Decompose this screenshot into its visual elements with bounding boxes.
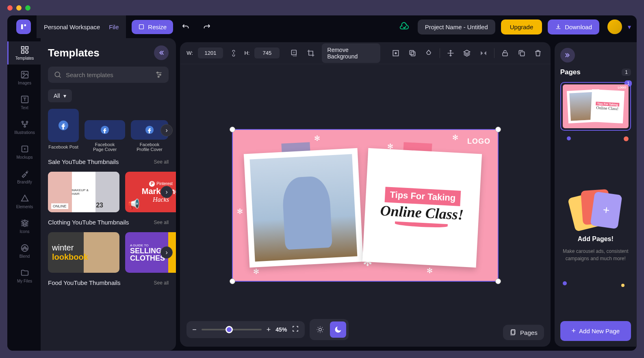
- height-label: H:: [244, 50, 249, 56]
- svg-point-20: [55, 72, 60, 77]
- svg-rect-33: [520, 52, 525, 56]
- flip-icon[interactable]: [478, 47, 490, 60]
- see-all-link[interactable]: See all: [154, 159, 169, 165]
- empty-state-title: Add Pages!: [578, 235, 614, 243]
- section-title: Clothing YouTube Thumbnails: [48, 219, 129, 226]
- light-mode-button[interactable]: [312, 321, 328, 338]
- see-all-link[interactable]: See all: [154, 220, 169, 225]
- cloud-sync-icon[interactable]: [397, 19, 412, 34]
- nav-images[interactable]: Images: [7, 66, 41, 89]
- text-frame[interactable]: Tips For Taking Online Class!: [362, 148, 482, 267]
- template-thumb[interactable]: winter lookbook: [48, 232, 119, 273]
- workspace-name[interactable]: Personal Workspace: [44, 24, 100, 30]
- expand-panel-button[interactable]: [560, 48, 575, 63]
- nav-templates[interactable]: Templates: [7, 41, 41, 65]
- avatar[interactable]: [607, 19, 622, 34]
- crop-icon[interactable]: [305, 47, 317, 60]
- add-new-page-button[interactable]: + Add New Page: [560, 321, 631, 341]
- thumb-scroll-right[interactable]: ›: [160, 186, 173, 198]
- undo-button[interactable]: [179, 19, 193, 34]
- svg-rect-32: [503, 53, 508, 56]
- lock-icon[interactable]: [499, 47, 511, 60]
- svg-rect-3: [21, 47, 24, 49]
- width-label: W:: [186, 50, 193, 56]
- svg-point-8: [23, 73, 24, 74]
- pages-toggle-button[interactable]: Pages: [503, 325, 544, 340]
- svg-rect-4: [25, 47, 28, 49]
- fit-screen-icon[interactable]: [292, 325, 299, 334]
- position-icon[interactable]: [445, 47, 457, 60]
- canvas-stage[interactable]: ✻ ✻ ✻ ✻ ✻ ✻ ✻ LOGO Tips For Taking Onl: [180, 64, 550, 347]
- nav-illustrations[interactable]: Illustrations: [7, 116, 41, 139]
- selection-handle[interactable]: [230, 278, 235, 284]
- filter-icon[interactable]: [155, 71, 163, 79]
- filter-chip-all[interactable]: All ▾: [48, 89, 72, 102]
- project-name-field[interactable]: Project Name - Untitled: [418, 19, 495, 35]
- svg-point-10: [22, 121, 23, 123]
- template-thumb[interactable]: MAKEUP & HAIR ONLINE 23: [48, 172, 119, 212]
- preset-fb-cover[interactable]: Facebook Page Cover: [85, 109, 125, 152]
- account-dropdown-icon[interactable]: ▾: [628, 23, 631, 31]
- zoom-slider[interactable]: [202, 329, 262, 330]
- resize-button[interactable]: Resize: [132, 20, 173, 34]
- nav-myfiles[interactable]: My Files: [7, 264, 41, 287]
- app-window: Personal Workspace File Resize Project N…: [7, 15, 637, 351]
- copy-icon[interactable]: [516, 47, 528, 60]
- minimize-dot[interactable]: [16, 5, 22, 11]
- pages-title: Pages: [560, 68, 581, 76]
- redo-button[interactable]: [199, 19, 214, 34]
- dark-mode-button[interactable]: [330, 321, 346, 338]
- align-icon[interactable]: [390, 47, 402, 60]
- nav-elements[interactable]: Elements: [7, 190, 41, 213]
- svg-rect-30: [411, 52, 415, 56]
- page-thumbnail[interactable]: 1 Tips For TakingOnline Class! LOGO: [560, 82, 631, 131]
- width-input[interactable]: [198, 47, 223, 58]
- lock-ratio-icon[interactable]: [228, 47, 240, 60]
- preset-more[interactable]: Fa: [174, 109, 176, 152]
- opacity-icon[interactable]: [423, 47, 435, 60]
- collapse-panel-button[interactable]: [154, 45, 169, 60]
- file-menu[interactable]: File: [109, 24, 119, 30]
- selection-handle[interactable]: [230, 127, 235, 132]
- upgrade-button[interactable]: Upgrade: [501, 19, 542, 35]
- titlebar: [0, 0, 644, 15]
- svg-point-12: [24, 126, 26, 127]
- zoom-in-button[interactable]: +: [267, 326, 271, 334]
- app-logo[interactable]: [16, 19, 31, 34]
- height-input[interactable]: [254, 47, 280, 58]
- nav-brandify[interactable]: Brandify: [7, 165, 41, 188]
- layers-icon[interactable]: [461, 47, 473, 60]
- canvas-toolbar: W: H: Remove Background: [180, 42, 550, 64]
- maximize-dot[interactable]: [25, 5, 30, 11]
- nav-blend[interactable]: Blend: [7, 239, 41, 263]
- search-input[interactable]: [66, 71, 151, 78]
- selection-handle[interactable]: [495, 127, 501, 132]
- add-page-icon[interactable]: [288, 47, 300, 60]
- svg-rect-0: [21, 24, 23, 29]
- empty-state-subtitle: Make carousel ads, consistent campaigns …: [560, 248, 631, 262]
- delete-icon[interactable]: [532, 47, 544, 60]
- thumb-scroll-right[interactable]: ›: [160, 246, 173, 259]
- remove-bg-button[interactable]: Remove Background: [322, 43, 381, 63]
- see-all-link[interactable]: See all: [154, 280, 169, 286]
- duplicate-icon[interactable]: [407, 47, 418, 60]
- download-button[interactable]: Download: [548, 19, 599, 35]
- nav-text[interactable]: Text: [7, 91, 41, 114]
- left-nav: Templates Images Text Illustrations Mock…: [7, 38, 41, 351]
- search-icon: [54, 71, 62, 79]
- svg-point-22: [160, 74, 161, 75]
- zoom-out-button[interactable]: −: [192, 326, 197, 334]
- svg-point-19: [25, 248, 27, 250]
- canvas-area: W: H: Remove Background: [180, 42, 550, 347]
- svg-rect-2: [139, 25, 144, 29]
- templates-panel: Templates All ▾ Facebook Post: [41, 38, 176, 351]
- preset-fb-post[interactable]: Facebook Post: [48, 109, 79, 152]
- svg-point-29: [395, 52, 397, 54]
- artboard[interactable]: ✻ ✻ ✻ ✻ ✻ ✻ ✻ LOGO Tips For Taking Onl: [232, 129, 499, 282]
- close-dot[interactable]: [7, 5, 13, 11]
- selection-handle[interactable]: [495, 278, 501, 284]
- nav-icons[interactable]: Icons: [7, 215, 41, 238]
- photo-frame[interactable]: [244, 148, 363, 267]
- preset-scroll-right[interactable]: ›: [160, 124, 173, 136]
- nav-mockups[interactable]: Mockups: [7, 140, 41, 164]
